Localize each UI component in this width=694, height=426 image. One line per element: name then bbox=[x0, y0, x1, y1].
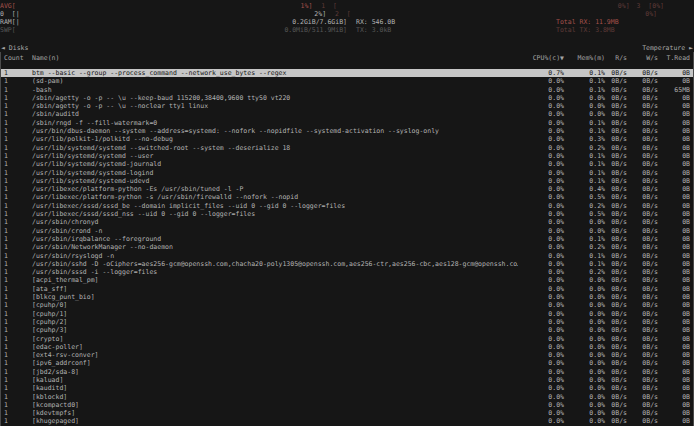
process-row[interactable]: 1 /usr/bin/dbus-daemon --system --addres… bbox=[1, 127, 693, 135]
process-row[interactable]: 1 [cpuhp/3] 0.0% 0.0% 0B/s 0B/s 0B bbox=[1, 326, 693, 334]
process-row[interactable]: 1 /usr/sbin/rsyslogd -n 0.0% 0.1% 0B/s 0… bbox=[1, 252, 693, 260]
process-cpu-cell: 0.0% bbox=[518, 127, 564, 135]
process-name-cell: [kcompactd0] bbox=[32, 401, 518, 409]
process-count-cell: 1 bbox=[1, 110, 32, 118]
process-read-cell: 0B/s bbox=[605, 335, 627, 343]
process-row[interactable]: 1 /usr/libexec/platform-python -s /usr/s… bbox=[1, 193, 693, 201]
process-row[interactable]: 1 [kdevtmpfs] 0.0% 0.0% 0B/s 0B/s 0B bbox=[1, 409, 693, 417]
process-row[interactable]: 1 /sbin/agetty -o -p -- \u --keep-baud 1… bbox=[1, 94, 693, 102]
col-header-cpu-sorted[interactable]: CPU%(c)▼ bbox=[518, 54, 564, 62]
process-total-read-cell: 0B bbox=[658, 351, 693, 359]
process-read-cell: 0B/s bbox=[605, 110, 627, 118]
col-header-read[interactable]: R/s bbox=[605, 54, 627, 62]
process-mem-cell: 0.2% bbox=[564, 268, 605, 276]
tx-stat: TX: 3.0kB bbox=[356, 26, 391, 34]
process-write-cell: 0B/s bbox=[627, 417, 658, 425]
process-row[interactable]: 1 [cpuhp/0] 0.0% 0.0% 0B/s 0B/s 0B bbox=[1, 301, 693, 309]
process-row[interactable]: 1 (sd-pam) 0.0% 0.1% 0B/s 0B/s 0B bbox=[1, 77, 693, 85]
process-mem-cell: 0.3% bbox=[564, 135, 605, 143]
process-name-cell: [crypto] bbox=[32, 335, 518, 343]
process-write-cell: 0B/s bbox=[627, 127, 658, 135]
process-read-cell: 0B/s bbox=[605, 185, 627, 193]
process-count-cell: 1 bbox=[1, 310, 32, 318]
process-row[interactable]: 1 [kauditd] 0.0% 0.0% 0B/s 0B/s 0B bbox=[1, 384, 693, 392]
process-total-read-cell: 0B bbox=[658, 110, 693, 118]
process-count-cell: 1 bbox=[1, 94, 32, 102]
process-total-read-cell: 0B bbox=[658, 235, 693, 243]
process-row[interactable]: 1 [edac-poller] 0.0% 0.0% 0B/s 0B/s 0B bbox=[1, 343, 693, 351]
process-row[interactable]: 1 [jbd2/sda-8] 0.0% 0.0% 0B/s 0B/s 0B bbox=[1, 368, 693, 376]
process-cpu-cell: 0.0% bbox=[518, 94, 564, 102]
process-write-cell: 0B/s bbox=[627, 243, 658, 251]
process-total-read-cell: 0B bbox=[658, 376, 693, 384]
process-total-read-cell: 0B bbox=[658, 94, 693, 102]
process-row[interactable]: 1 /usr/lib/systemd/systemd-udevd 0.0% 0.… bbox=[1, 177, 693, 185]
process-row[interactable]: 1 btm --basic --group --process_command … bbox=[1, 69, 693, 77]
process-row[interactable]: 1 [kaluad] 0.0% 0.0% 0B/s 0B/s 0B bbox=[1, 376, 693, 384]
process-row[interactable]: 1 /usr/libexec/sssd/sssd_nss --uid 0 --g… bbox=[1, 210, 693, 218]
col-header-write[interactable]: W/s bbox=[627, 54, 658, 62]
process-cpu-cell: 0.7% bbox=[518, 69, 564, 77]
process-total-read-cell: 0B bbox=[658, 359, 693, 367]
temperature-nav-right[interactable]: Temperature ► bbox=[642, 44, 693, 52]
process-cpu-cell: 0.0% bbox=[518, 210, 564, 218]
process-row[interactable]: 1 [cpuhp/2] 0.0% 0.0% 0B/s 0B/s 0B bbox=[1, 318, 693, 326]
process-row[interactable]: 1 /sbin/agetty -o -p -- \u --noclear tty… bbox=[1, 102, 693, 110]
ram-label: RAM[ bbox=[0, 18, 16, 26]
process-row[interactable]: 1 /usr/lib/systemd/systemd-journald 0.0%… bbox=[1, 160, 693, 168]
process-write-cell: 0B/s bbox=[627, 69, 658, 77]
process-count-cell: 1 bbox=[1, 243, 32, 251]
col-header-mem[interactable]: Mem%(m) bbox=[564, 54, 605, 62]
process-row[interactable]: 1 /usr/libexec/platform-python -Es /usr/… bbox=[1, 185, 693, 193]
process-mem-cell: 0.0% bbox=[564, 417, 605, 425]
process-row[interactable]: 1 /usr/sbin/crond -n 0.0% 0.0% 0B/s 0B/s… bbox=[1, 227, 693, 235]
col-header-name[interactable]: Name(n) bbox=[32, 54, 518, 62]
process-row[interactable]: 1 -bash 0.0% 0.1% 0B/s 0B/s 65MB bbox=[1, 86, 693, 94]
process-row[interactable]: 1 /usr/sbin/chronyd 0.0% 0.0% 0B/s 0B/s … bbox=[1, 218, 693, 226]
process-read-cell: 0B/s bbox=[605, 351, 627, 359]
process-read-cell: 0B/s bbox=[605, 310, 627, 318]
process-row[interactable]: 1 /usr/sbin/NetworkManager --no-daemon 0… bbox=[1, 243, 693, 251]
process-read-cell: 0B/s bbox=[605, 384, 627, 392]
process-row[interactable]: 1 [ext4-rsv-conver] 0.0% 0.0% 0B/s 0B/s … bbox=[1, 351, 693, 359]
process-total-read-cell: 0B bbox=[658, 417, 693, 425]
process-row[interactable]: 1 [crypto] 0.0% 0.0% 0B/s 0B/s 0B bbox=[1, 335, 693, 343]
process-row[interactable]: 1 [kcompactd0] 0.0% 0.0% 0B/s 0B/s 0B bbox=[1, 401, 693, 409]
process-mem-cell: 0.1% bbox=[564, 235, 605, 243]
process-row[interactable]: 1 /usr/lib/systemd/systemd-logind 0.0% 0… bbox=[1, 169, 693, 177]
process-row[interactable]: 1 /usr/sbin/sshd -D -oCiphers=aes256-gcm… bbox=[1, 260, 693, 268]
process-write-cell: 0B/s bbox=[627, 218, 658, 226]
process-row[interactable]: 1 /usr/sbin/sssd -i --logger=files 0.0% … bbox=[1, 268, 693, 276]
process-row[interactable]: 1 /sbin/auditd 0.0% 0.0% 0B/s 0B/s 0B bbox=[1, 110, 693, 118]
disks-nav-left[interactable]: ◄ Disks bbox=[1, 44, 28, 52]
process-name-cell: [kaluad] bbox=[32, 376, 518, 384]
process-cpu-cell: 0.0% bbox=[518, 227, 564, 235]
process-total-read-cell: 0B bbox=[658, 409, 693, 417]
process-cpu-cell: 0.0% bbox=[518, 318, 564, 326]
process-row[interactable]: 1 [blkcg_punt_bio] 0.0% 0.0% 0B/s 0B/s 0… bbox=[1, 293, 693, 301]
process-row[interactable]: 1 [khugepaged] 0.0% 0.0% 0B/s 0B/s 0B bbox=[1, 417, 693, 425]
process-row[interactable]: 1 /sbin/rngd -f --fill-watermark=0 0.0% … bbox=[1, 119, 693, 127]
process-row[interactable]: 1 [kblockd] 0.0% 0.0% 0B/s 0B/s 0B bbox=[1, 393, 693, 401]
process-total-read-cell: 0B bbox=[658, 268, 693, 276]
process-row[interactable]: 1 /usr/sbin/irqbalance --foreground 0.0%… bbox=[1, 235, 693, 243]
process-row[interactable]: 1 /usr/lib/systemd/systemd --switched-ro… bbox=[1, 144, 693, 152]
cpu-meter-row-2: 0 [|2%] 2 [0%] bbox=[0, 10, 694, 18]
process-total-read-cell: 0B bbox=[658, 202, 693, 210]
col-header-count[interactable]: Count bbox=[1, 54, 32, 62]
process-row[interactable]: 1 [ata_sff] 0.0% 0.0% 0B/s 0B/s 0B bbox=[1, 285, 693, 293]
process-row[interactable]: 1 /usr/libexec/sssd/sssd_be --domain imp… bbox=[1, 202, 693, 210]
process-read-cell: 0B/s bbox=[605, 417, 627, 425]
process-row[interactable]: 1 /usr/lib/systemd/systemd --user 0.0% 0… bbox=[1, 152, 693, 160]
process-row[interactable]: 1 [cpuhp/1] 0.0% 0.0% 0B/s 0B/s 0B bbox=[1, 310, 693, 318]
process-row[interactable]: 1 [ipv6_addrconf] 0.0% 0.0% 0B/s 0B/s 0B bbox=[1, 359, 693, 367]
process-name-cell: [ext4-rsv-conver] bbox=[32, 351, 518, 359]
process-total-read-cell: 0B bbox=[658, 326, 693, 334]
process-total-read-cell: 0B bbox=[658, 227, 693, 235]
process-row[interactable]: 1 [acpi_thermal_pm] 0.0% 0.0% 0B/s 0B/s … bbox=[1, 276, 693, 284]
cpu-3-value: 0%] bbox=[652, 2, 664, 10]
process-row[interactable]: 1 /usr/lib/polkit-1/polkitd --no-debug 0… bbox=[1, 135, 693, 143]
col-header-total-read[interactable]: T.Read bbox=[658, 54, 693, 62]
process-total-read-cell: 0B bbox=[658, 210, 693, 218]
process-total-read-cell: 0B bbox=[658, 335, 693, 343]
